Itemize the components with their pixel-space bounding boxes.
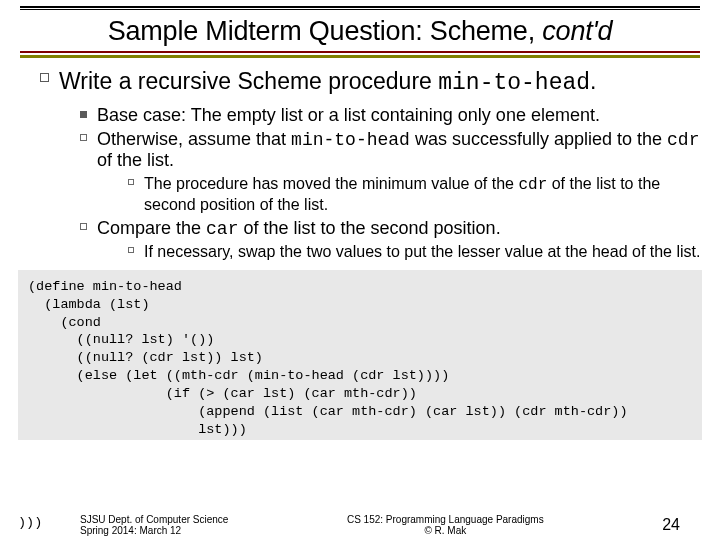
top-rule-thin [20, 9, 700, 10]
top-rule-thick [20, 6, 700, 8]
title-underline-red [20, 51, 700, 53]
footer-middle: CS 152: Programming Language Paradigms ©… [228, 514, 662, 536]
bullet-2: Otherwise, assume that min-to-head was s… [80, 129, 702, 171]
code-block: (define min-to-head (lambda (lst) (cond … [18, 270, 702, 440]
bullet-square-icon [80, 223, 87, 230]
bullet-1-text: Base case: The empty list or a list cont… [97, 105, 600, 126]
title-emph: cont'd [542, 16, 612, 46]
bullet-square-icon [40, 73, 49, 82]
bullet-filled-icon [80, 111, 87, 118]
bullet-1: Base case: The empty list or a list cont… [80, 105, 702, 126]
bullet-3: Compare the car of the list to the secon… [80, 218, 702, 239]
intro-row: Write a recursive Scheme procedure min-t… [40, 68, 702, 102]
bullet-2-text: Otherwise, assume that min-to-head was s… [97, 129, 702, 171]
bullet-2a: The procedure has moved the minimum valu… [128, 174, 702, 215]
bullet-3-text: Compare the car of the list to the secon… [97, 218, 501, 239]
intro-code: min-to-head [438, 70, 590, 96]
bullet-square-icon [128, 179, 134, 185]
intro-post: . [590, 68, 596, 94]
page-number: 24 [662, 516, 680, 534]
footer: SJSU Dept. of Computer Science Spring 20… [0, 514, 720, 536]
slide-root: Sample Midterm Question: Scheme, cont'd … [0, 6, 720, 540]
title-underline-olive [20, 55, 700, 58]
footer-dept: SJSU Dept. of Computer Science [80, 514, 228, 525]
title-text: Sample Midterm Question: Scheme, [108, 16, 543, 46]
footer-date: Spring 2014: March 12 [80, 525, 228, 536]
bullet-square-icon [128, 247, 134, 253]
intro-text: Write a recursive Scheme procedure min-t… [59, 68, 596, 96]
footer-course: CS 152: Programming Language Paradigms [228, 514, 662, 525]
bullet-3a: If necessary, swap the two values to put… [128, 242, 702, 262]
intro-pre: Write a recursive Scheme procedure [59, 68, 438, 94]
bullet-square-icon [80, 134, 87, 141]
footer-copyright: © R. Mak [228, 525, 662, 536]
slide-title: Sample Midterm Question: Scheme, cont'd [18, 16, 702, 47]
bullet-2a-text: The procedure has moved the minimum valu… [144, 174, 702, 215]
footer-left: SJSU Dept. of Computer Science Spring 20… [80, 514, 228, 536]
bullet-3a-text: If necessary, swap the two values to put… [144, 242, 700, 262]
